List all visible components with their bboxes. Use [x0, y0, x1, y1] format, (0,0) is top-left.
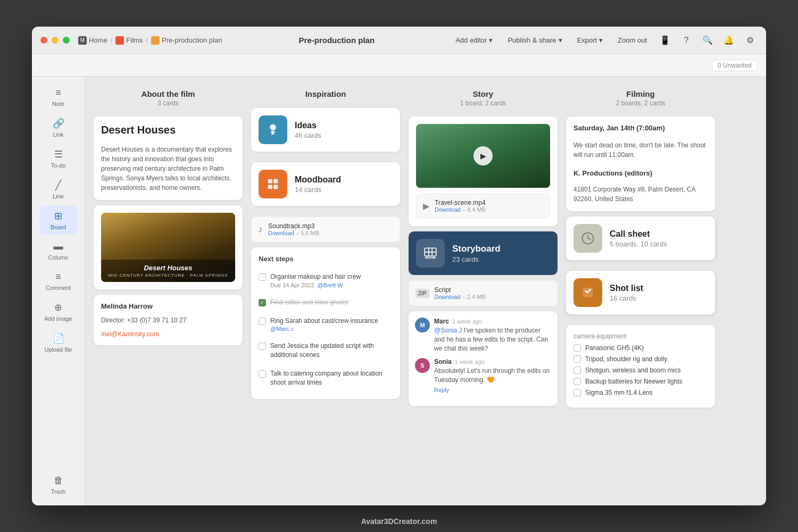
task-1-meta: Due 14 Apr 2022 @Brett W [270, 282, 361, 288]
contact-name: Melinda Harrow [101, 302, 235, 310]
notifications-icon[interactable]: 🔔 [721, 33, 736, 48]
equip-1-checkbox[interactable] [573, 344, 581, 352]
film-image: Desert Houses Mid-Century Architecture ·… [101, 213, 235, 282]
play-button[interactable]: ▶ [473, 146, 493, 165]
sidebar-item-note[interactable]: ≡ Note [40, 83, 77, 111]
avatar-marc: M [415, 318, 430, 332]
sidebar-label-link: Link [53, 131, 63, 138]
add-editor-button[interactable]: Add editor ▾ [451, 34, 497, 46]
moodboard-title: Moodboard [295, 175, 341, 185]
script-download-link[interactable]: Download [435, 294, 461, 300]
help-icon[interactable]: ? [679, 33, 694, 48]
script-card: ZIP Script Download – 2.4 MB [409, 280, 558, 306]
zoom-out-button[interactable]: Zoom out [613, 34, 651, 46]
equip-4-label: Backup batteries for Neewer lights [585, 378, 683, 385]
minimize-button[interactable] [52, 37, 59, 44]
phone-icon[interactable]: 📱 [658, 33, 672, 48]
breadcrumb-home[interactable]: M Home [78, 36, 107, 45]
breadcrumb-home-label: Home [89, 36, 107, 44]
search-icon[interactable]: 🔍 [700, 33, 715, 48]
maximize-button[interactable] [63, 37, 70, 44]
task-1-checkbox[interactable] [259, 273, 266, 281]
close-button[interactable] [40, 37, 47, 44]
shot-list-card[interactable]: Shot list 16 cards [566, 271, 715, 314]
call-sheet-icon-box [573, 224, 602, 253]
sidebar-item-comment[interactable]: ≡ Comment [40, 267, 77, 295]
task-5-text: Talk to catering company about location … [270, 369, 393, 387]
settings-icon[interactable]: ⚙ [743, 33, 758, 48]
contact-email[interactable]: mel@Kaminsky.com [101, 330, 235, 338]
ideas-icon [265, 122, 280, 137]
sidebar-label-column: Column [48, 254, 69, 261]
moodboard-icon-box [259, 170, 287, 198]
sidebar-item-column[interactable]: ▬ Column [40, 237, 77, 265]
traffic-lights [40, 37, 70, 44]
breadcrumb-films[interactable]: Films [115, 36, 143, 45]
task-2-text: Find editor and color grader [270, 298, 348, 307]
task-3-checkbox[interactable] [259, 318, 266, 325]
project-title: Desert Houses [101, 124, 235, 136]
avatar-sonia: S [415, 358, 430, 373]
chevron-down-icon: ▾ [559, 36, 562, 44]
equipment-title: camera equipment [573, 332, 708, 340]
unwanted-badge: 0 Unwanted [712, 60, 758, 71]
filming-org: K. Productions (editors) [573, 169, 708, 177]
storyboard-title: Storyboard [452, 244, 501, 254]
export-button[interactable]: Export ▾ [573, 34, 608, 46]
video-file-icon: ▶ [423, 201, 429, 211]
note-icon: ≡ [55, 87, 61, 98]
equip-5-checkbox[interactable] [573, 389, 581, 396]
video-download-link[interactable]: Download [435, 206, 461, 213]
equip-3-checkbox[interactable] [573, 367, 581, 374]
sidebar-item-board[interactable]: ⊞ Board [40, 206, 77, 235]
storyboard-card[interactable]: Storyboard 23 cards [409, 231, 558, 275]
audio-link[interactable]: Download [268, 230, 294, 236]
sidebar-item-todo[interactable]: ☰ To-do [40, 144, 77, 173]
sidebar-item-upload-file[interactable]: 📄 Upload file [40, 328, 77, 357]
breadcrumb-plan[interactable]: Pre-production plan [151, 36, 222, 45]
publish-share-button[interactable]: Publish & share ▾ [503, 34, 566, 46]
equip-2-checkbox[interactable] [573, 355, 581, 363]
task-2-checkbox[interactable]: ✓ [259, 299, 266, 306]
inspiration-header: Inspiration [251, 85, 400, 103]
svg-rect-1 [272, 134, 275, 135]
ideas-card[interactable]: Ideas 46 cards [251, 108, 400, 152]
ideas-count: 46 cards [295, 131, 321, 139]
line-icon: ╱ [55, 179, 61, 191]
audio-name: Soundtrack.mp3 [268, 222, 319, 230]
sidebar-item-line[interactable]: ╱ Line [40, 175, 77, 204]
page-title: Pre-production plan [299, 36, 375, 45]
comment-marc-author: Marc [434, 318, 449, 325]
main-area: ≡ Note 🔗 Link ☰ To-do ╱ Line ⊞ Board ▬ C… [32, 77, 766, 505]
task-3-text: Ring Sarah about cast/crew insurance [270, 317, 378, 326]
breadcrumb-films-label: Films [126, 36, 143, 44]
call-sheet-card[interactable]: Call sheet 5 boards, 10 cards [566, 217, 715, 260]
svg-rect-4 [268, 185, 272, 189]
column-inspiration: Inspiration Ideas 46 cards [251, 85, 400, 497]
filming-date: Saturday, Jan 14th (7:00am) [573, 124, 708, 132]
task-5-checkbox[interactable] [259, 370, 266, 378]
sidebar-item-trash[interactable]: 🗑 Trash [40, 471, 77, 499]
task-1: Organise makeup and hair crew Due 14 Apr… [259, 272, 393, 288]
app-window: M Home / Films / Pre-production plan Pre… [32, 27, 766, 505]
sidebar-item-add-image[interactable]: ⊕ Add image [40, 297, 77, 326]
task-4-checkbox[interactable] [259, 343, 266, 350]
svg-rect-5 [273, 185, 278, 189]
soundtrack-card: ♪ Soundtrack.mp3 Download – 5.6 MB [251, 217, 400, 242]
reply-link[interactable]: Reply [434, 387, 449, 393]
story-video[interactable]: ▶ [416, 124, 550, 188]
about-film-body: Desert Houses Desert Houses is a documen… [94, 117, 243, 200]
shot-list-icon-box [573, 278, 602, 307]
sidebar-label-upload-file: Upload file [45, 346, 72, 353]
call-sheet-title: Call sheet [610, 229, 667, 239]
equip-4-checkbox[interactable] [573, 378, 581, 385]
about-film-header: About the film 3 cards [94, 85, 243, 111]
equip-5-label: Sigma 35 mm f1.4 Lens [585, 389, 653, 396]
task-4-text: Send Jessica the updated script with add… [270, 342, 393, 360]
sidebar-item-link[interactable]: 🔗 Link [40, 113, 77, 142]
comment-sonia-author: Sonia [434, 358, 452, 365]
filming-desc: We start dead on time, don't be late. Th… [573, 140, 708, 160]
task-4: Send Jessica the updated script with add… [259, 342, 393, 360]
shot-list-count: 16 cards [610, 294, 643, 302]
moodboard-card[interactable]: Moodboard 14 cards [251, 162, 400, 206]
